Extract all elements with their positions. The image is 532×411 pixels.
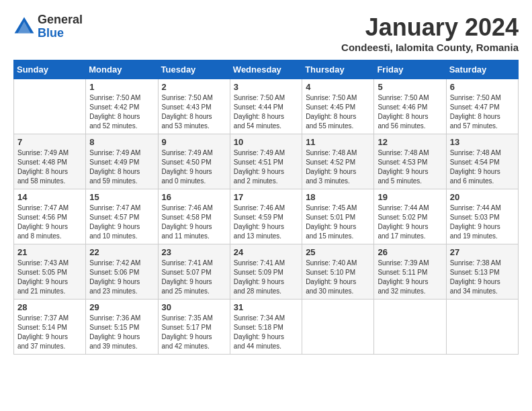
day-number: 19 bbox=[378, 192, 442, 202]
day-info: Sunrise: 7:38 AMSunset: 5:13 PMDaylight:… bbox=[450, 259, 515, 296]
day-info: Sunrise: 7:49 AMSunset: 4:49 PMDaylight:… bbox=[89, 148, 154, 186]
calendar-cell: 22Sunrise: 7:42 AMSunset: 5:06 PMDayligh… bbox=[86, 244, 158, 300]
day-info: Sunrise: 7:50 AMSunset: 4:45 PMDaylight:… bbox=[306, 93, 370, 131]
day-number: 18 bbox=[306, 192, 370, 202]
calendar-cell: 15Sunrise: 7:47 AMSunset: 4:57 PMDayligh… bbox=[86, 189, 158, 244]
calendar-cell: 29Sunrise: 7:36 AMSunset: 5:15 PMDayligh… bbox=[86, 300, 158, 355]
day-info: Sunrise: 7:50 AMSunset: 4:46 PMDaylight:… bbox=[378, 93, 442, 131]
day-info: Sunrise: 7:48 AMSunset: 4:54 PMDaylight:… bbox=[450, 148, 515, 186]
day-info: Sunrise: 7:39 AMSunset: 5:11 PMDaylight:… bbox=[378, 259, 442, 296]
day-info: Sunrise: 7:36 AMSunset: 5:15 PMDaylight:… bbox=[89, 314, 154, 351]
calendar-cell bbox=[446, 300, 518, 355]
calendar-cell: 18Sunrise: 7:45 AMSunset: 5:01 PMDayligh… bbox=[302, 189, 374, 244]
day-info: Sunrise: 7:50 AMSunset: 4:42 PMDaylight:… bbox=[89, 93, 154, 131]
calendar-cell: 20Sunrise: 7:44 AMSunset: 5:03 PMDayligh… bbox=[446, 189, 518, 244]
calendar-cell: 6Sunrise: 7:50 AMSunset: 4:47 PMDaylight… bbox=[446, 79, 518, 134]
calendar-cell: 24Sunrise: 7:41 AMSunset: 5:09 PMDayligh… bbox=[230, 244, 302, 300]
day-info: Sunrise: 7:44 AMSunset: 5:03 PMDaylight:… bbox=[450, 203, 515, 241]
day-number: 4 bbox=[306, 82, 370, 92]
calendar-cell: 26Sunrise: 7:39 AMSunset: 5:11 PMDayligh… bbox=[374, 244, 446, 300]
day-number: 16 bbox=[162, 192, 226, 202]
day-info: Sunrise: 7:34 AMSunset: 5:18 PMDaylight:… bbox=[234, 314, 298, 351]
header-day-sunday: Sunday bbox=[14, 60, 86, 79]
calendar-cell: 28Sunrise: 7:37 AMSunset: 5:14 PMDayligh… bbox=[14, 300, 86, 355]
calendar-cell: 5Sunrise: 7:50 AMSunset: 4:46 PMDaylight… bbox=[374, 79, 446, 134]
day-number: 31 bbox=[234, 302, 298, 312]
header-day-tuesday: Tuesday bbox=[158, 60, 230, 79]
day-info: Sunrise: 7:37 AMSunset: 5:14 PMDaylight:… bbox=[17, 314, 82, 351]
calendar-cell bbox=[14, 79, 86, 134]
day-number: 9 bbox=[162, 137, 226, 147]
day-number: 1 bbox=[89, 82, 154, 92]
day-number: 15 bbox=[89, 192, 154, 202]
day-info: Sunrise: 7:47 AMSunset: 4:57 PMDaylight:… bbox=[89, 203, 154, 241]
day-number: 5 bbox=[378, 82, 442, 92]
day-number: 8 bbox=[89, 137, 154, 147]
calendar-cell: 16Sunrise: 7:46 AMSunset: 4:58 PMDayligh… bbox=[158, 189, 230, 244]
day-number: 29 bbox=[89, 302, 154, 312]
calendar-cell: 13Sunrise: 7:48 AMSunset: 4:54 PMDayligh… bbox=[446, 134, 518, 189]
day-info: Sunrise: 7:41 AMSunset: 5:09 PMDaylight:… bbox=[234, 259, 298, 296]
day-number: 20 bbox=[450, 192, 515, 202]
calendar-cell: 7Sunrise: 7:49 AMSunset: 4:48 PMDaylight… bbox=[14, 134, 86, 189]
calendar-cell: 10Sunrise: 7:49 AMSunset: 4:51 PMDayligh… bbox=[230, 134, 302, 189]
day-number: 25 bbox=[306, 247, 370, 257]
logo: General Blue bbox=[13, 13, 83, 40]
calendar-cell: 2Sunrise: 7:50 AMSunset: 4:43 PMDaylight… bbox=[158, 79, 230, 134]
week-row-2: 7Sunrise: 7:49 AMSunset: 4:48 PMDaylight… bbox=[14, 134, 519, 189]
header-day-thursday: Thursday bbox=[302, 60, 374, 79]
day-number: 6 bbox=[450, 82, 515, 92]
day-number: 13 bbox=[450, 137, 515, 147]
calendar-cell: 14Sunrise: 7:47 AMSunset: 4:56 PMDayligh… bbox=[14, 189, 86, 244]
day-info: Sunrise: 7:40 AMSunset: 5:10 PMDaylight:… bbox=[306, 259, 370, 296]
day-info: Sunrise: 7:42 AMSunset: 5:06 PMDaylight:… bbox=[89, 259, 154, 296]
calendar-cell: 1Sunrise: 7:50 AMSunset: 4:42 PMDaylight… bbox=[86, 79, 158, 134]
day-number: 28 bbox=[17, 302, 82, 312]
day-info: Sunrise: 7:48 AMSunset: 4:52 PMDaylight:… bbox=[306, 148, 370, 186]
calendar-body: 1Sunrise: 7:50 AMSunset: 4:42 PMDaylight… bbox=[14, 79, 519, 355]
page-header: General Blue January 2024 Condeesti, Ial… bbox=[13, 13, 519, 53]
calendar-cell: 27Sunrise: 7:38 AMSunset: 5:13 PMDayligh… bbox=[446, 244, 518, 300]
day-number: 10 bbox=[234, 137, 298, 147]
day-info: Sunrise: 7:50 AMSunset: 4:44 PMDaylight:… bbox=[234, 93, 298, 131]
day-info: Sunrise: 7:44 AMSunset: 5:02 PMDaylight:… bbox=[378, 203, 442, 241]
calendar-cell bbox=[302, 300, 374, 355]
header-day-saturday: Saturday bbox=[446, 60, 518, 79]
day-info: Sunrise: 7:45 AMSunset: 5:01 PMDaylight:… bbox=[306, 203, 370, 241]
day-info: Sunrise: 7:50 AMSunset: 4:43 PMDaylight:… bbox=[162, 93, 226, 131]
calendar-cell: 21Sunrise: 7:43 AMSunset: 5:05 PMDayligh… bbox=[14, 244, 86, 300]
day-info: Sunrise: 7:47 AMSunset: 4:56 PMDaylight:… bbox=[17, 203, 82, 241]
day-number: 17 bbox=[234, 192, 298, 202]
day-number: 3 bbox=[234, 82, 298, 92]
calendar-cell: 9Sunrise: 7:49 AMSunset: 4:50 PMDaylight… bbox=[158, 134, 230, 189]
logo-icon bbox=[13, 16, 35, 38]
header-row: SundayMondayTuesdayWednesdayThursdayFrid… bbox=[14, 60, 519, 79]
day-info: Sunrise: 7:50 AMSunset: 4:47 PMDaylight:… bbox=[450, 93, 515, 131]
calendar-cell: 4Sunrise: 7:50 AMSunset: 4:45 PMDaylight… bbox=[302, 79, 374, 134]
day-number: 22 bbox=[89, 247, 154, 257]
calendar-cell: 23Sunrise: 7:41 AMSunset: 5:07 PMDayligh… bbox=[158, 244, 230, 300]
calendar-cell: 19Sunrise: 7:44 AMSunset: 5:02 PMDayligh… bbox=[374, 189, 446, 244]
month-title: January 2024 bbox=[341, 13, 519, 42]
day-number: 7 bbox=[17, 137, 82, 147]
day-number: 21 bbox=[17, 247, 82, 257]
calendar-cell: 8Sunrise: 7:49 AMSunset: 4:49 PMDaylight… bbox=[86, 134, 158, 189]
week-row-3: 14Sunrise: 7:47 AMSunset: 4:56 PMDayligh… bbox=[14, 189, 519, 244]
header-day-monday: Monday bbox=[86, 60, 158, 79]
day-info: Sunrise: 7:49 AMSunset: 4:50 PMDaylight:… bbox=[162, 148, 226, 186]
title-block: January 2024 Condeesti, Ialomita County,… bbox=[341, 13, 519, 53]
day-info: Sunrise: 7:43 AMSunset: 5:05 PMDaylight:… bbox=[17, 259, 82, 296]
week-row-4: 21Sunrise: 7:43 AMSunset: 5:05 PMDayligh… bbox=[14, 244, 519, 300]
day-info: Sunrise: 7:46 AMSunset: 4:59 PMDaylight:… bbox=[234, 203, 298, 241]
day-info: Sunrise: 7:49 AMSunset: 4:48 PMDaylight:… bbox=[17, 148, 82, 186]
day-number: 14 bbox=[17, 192, 82, 202]
calendar-cell: 30Sunrise: 7:35 AMSunset: 5:17 PMDayligh… bbox=[158, 300, 230, 355]
location-subtitle: Condeesti, Ialomita County, Romania bbox=[341, 42, 519, 53]
logo-blue-text: Blue bbox=[38, 27, 83, 40]
week-row-1: 1Sunrise: 7:50 AMSunset: 4:42 PMDaylight… bbox=[14, 79, 519, 134]
day-number: 24 bbox=[234, 247, 298, 257]
calendar-table: SundayMondayTuesdayWednesdayThursdayFrid… bbox=[13, 60, 519, 355]
day-number: 26 bbox=[378, 247, 442, 257]
header-day-wednesday: Wednesday bbox=[230, 60, 302, 79]
calendar-cell: 31Sunrise: 7:34 AMSunset: 5:18 PMDayligh… bbox=[230, 300, 302, 355]
